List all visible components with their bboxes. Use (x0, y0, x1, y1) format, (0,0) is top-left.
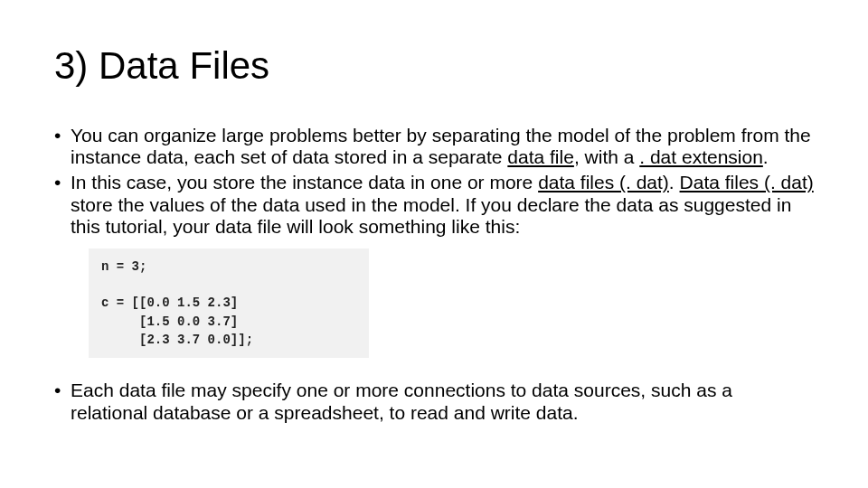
bullet-1-underline-2: . dat extension (639, 146, 763, 167)
bullet-2-text-c: store the values of the data used in the… (71, 194, 791, 237)
slide: 3) Data Files You can organize large pro… (0, 0, 868, 488)
bullet-1-text-b: , with a (574, 146, 639, 167)
bullet-2-text-a: In this case, you store the instance dat… (71, 172, 538, 192)
bullet-1-text-c: . (763, 146, 769, 167)
bullet-3-text: Each data file may specify one or more c… (71, 380, 732, 422)
bullet-2-underline-2: Data files (. dat) (680, 172, 814, 192)
bullet-list-2: Each data file may specify one or more c… (54, 380, 814, 423)
bullet-2-underline-1: data files (. dat) (538, 172, 669, 192)
bullet-2: In this case, you store the instance dat… (54, 172, 814, 237)
bullet-1: You can organize large problems better b… (54, 125, 814, 168)
bullet-1-underline-1: data file (507, 146, 574, 167)
bullet-list: You can organize large problems better b… (54, 125, 814, 238)
slide-title: 3) Data Files (54, 45, 814, 87)
code-sample: n = 3; c = [[0.0 1.5 2.3] [1.5 0.0 3.7] … (89, 249, 369, 358)
bullet-3: Each data file may specify one or more c… (54, 380, 814, 423)
bullet-2-text-b: . (669, 172, 680, 192)
